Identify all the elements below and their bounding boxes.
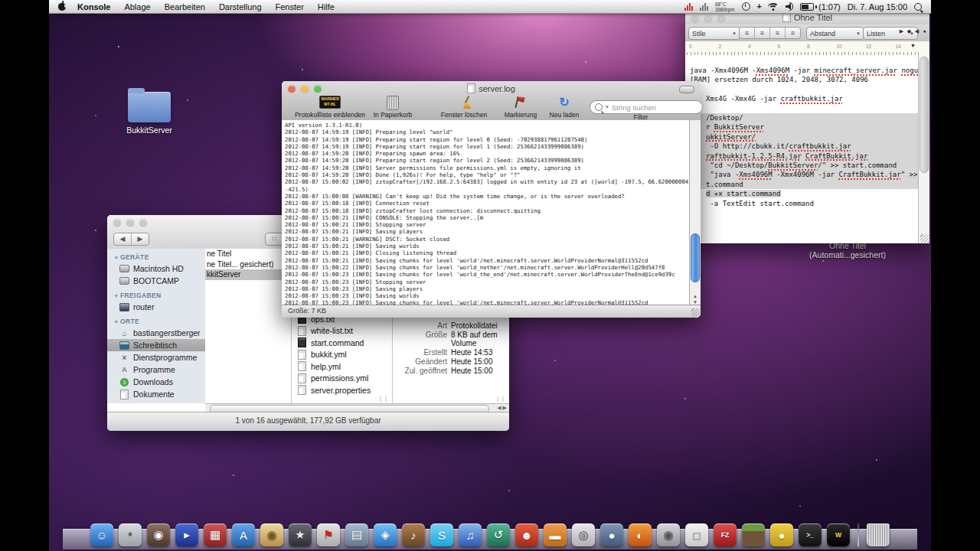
trash-dock-icon[interactable] [867, 523, 890, 546]
istat-cpu-icon[interactable] [684, 2, 693, 11]
sidebar-item-bastiangerstberger[interactable]: ⌂bastiangerstberger [107, 327, 205, 339]
column-resize-handle[interactable]: ❘❘ [495, 396, 506, 402]
timer-menu-icon[interactable] [742, 2, 750, 11]
console-titlebar[interactable]: server.log WARNIER W7-BLProtokollliste e… [282, 81, 701, 121]
menu-item-hilfe[interactable]: Hilfe [318, 2, 335, 11]
disclosure-triangle-icon[interactable]: ▾ [115, 319, 118, 324]
flag-app-dock-icon[interactable]: ⚑ [317, 523, 340, 546]
log-scrollbar[interactable]: ▲▼ [689, 120, 701, 305]
file-item[interactable]: permissions.yml [291, 373, 392, 385]
search-field[interactable]: ▼ String suchen [590, 100, 703, 114]
wifi-icon[interactable] [769, 3, 779, 11]
toolbar-button-reload[interactable]: ↻Neu laden [544, 96, 585, 119]
menu-item-fenster[interactable]: Fenster [276, 2, 304, 11]
spotlight-icon[interactable] [914, 3, 922, 11]
textedit-content[interactable]: java -Xmx4096M -Xms4096M -jar minecraft_… [685, 55, 919, 243]
menu-item-ablage[interactable]: Ablage [124, 2, 150, 11]
column-resize-handle[interactable]: ❘❘ [378, 396, 389, 402]
sidebar-section-header: ▾ORTE [107, 313, 205, 327]
file-item[interactable]: bukkit.yml [291, 349, 392, 361]
list-item[interactable]: kkitServer [205, 269, 291, 280]
menu-item-konsole[interactable]: Konsole [77, 2, 110, 11]
apple-logo-icon[interactable] [58, 2, 67, 11]
desktop-folder-bukkitserver[interactable]: BukkitServer [115, 92, 184, 135]
toolbar-button-flag[interactable]: Markierung [499, 96, 542, 119]
back-forward-buttons[interactable]: ◀▶ [113, 233, 149, 246]
disclosure-triangle-icon[interactable]: ▾ [115, 293, 118, 298]
toolbar-button-warnier[interactable]: WARNIER W7-BLProtokollliste einblenden [283, 96, 377, 119]
itunes-dock-icon[interactable]: ♫ [459, 523, 482, 546]
alignment-buttons[interactable]: ≡≡≡≡ [739, 27, 801, 39]
list-item[interactable]: ne Titel [205, 249, 291, 259]
textedit-scrollbar[interactable] [918, 55, 929, 243]
time-machine-dock-icon[interactable]: ↺ [487, 523, 510, 546]
file-item[interactable]: white-list.txt [291, 325, 392, 337]
terminal-dock-icon[interactable]: >_ [799, 523, 822, 546]
sidebar-item-downloads[interactable]: ↓Downloads [107, 376, 205, 388]
firefox-dock-icon[interactable]: ◐ [629, 523, 652, 546]
resize-grip[interactable] [691, 308, 700, 317]
window-controls[interactable] [691, 15, 725, 22]
resize-grip[interactable] [920, 234, 929, 243]
white-app-dock-icon[interactable]: □ [685, 523, 708, 546]
keynote-dock-icon[interactable]: ▬ [544, 523, 567, 546]
photo-booth-dock-icon[interactable]: ◉ [147, 523, 170, 546]
console-warnier-dock-icon[interactable]: W [827, 523, 850, 546]
filezilla-dock-icon[interactable]: FZ [714, 523, 737, 546]
archive-app-dock-icon[interactable]: ▤ [345, 523, 368, 546]
sidebar-item-programme[interactable]: AProgramme [107, 364, 205, 376]
toolbar-button-broom[interactable]: Fenster löschen [429, 96, 499, 119]
list-item[interactable]: ne Titel... gesichert) [205, 259, 291, 270]
sidebar-item-dienstprogramme[interactable]: ×Dienstprogramme [107, 351, 205, 364]
desktop-saved-document-label[interactable]: Ohne Titel(Automati...gesichert) [782, 241, 913, 259]
log-content[interactable]: API version 1.3.1-R1.0)2012-08-07 14:59:… [282, 120, 690, 305]
sidebar-item-dokumente[interactable]: Dokumente [107, 388, 205, 400]
yellow-app-dock-icon[interactable]: ● [770, 523, 793, 546]
spacing-dropdown[interactable]: Abstand▼ [806, 27, 864, 40]
scrollbar-arrows[interactable]: ▲▼ [690, 293, 701, 305]
menu-item-bearbeiten[interactable]: Bearbeiten [165, 2, 205, 11]
scrollbar-thumb[interactable] [920, 57, 929, 173]
extra-format-buttons[interactable]: ▶◆◀● [898, 28, 928, 34]
safari-dock-icon[interactable]: ◈ [374, 523, 397, 546]
file-item[interactable]: server.properties [291, 384, 392, 396]
scrollbar-thumb[interactable] [691, 233, 700, 282]
sidebar-item-bootcamp[interactable]: BOOTCAMP [107, 275, 205, 287]
app-store-dock-icon[interactable]: A [232, 523, 255, 546]
disclosure-triangle-icon[interactable]: ▾ [115, 255, 118, 260]
garageband-dock-icon[interactable]: ♪ [402, 523, 425, 546]
blue-utility-dock-icon[interactable]: ● [600, 523, 623, 546]
menu-item-darstellung[interactable]: Darstellung [219, 2, 262, 11]
istat-mem-icon[interactable] [700, 2, 708, 11]
window-controls[interactable] [288, 85, 322, 93]
temp-fan-readout[interactable]: 68°C3989rpm [715, 2, 735, 12]
battery-indicator[interactable]: (1:07) [800, 2, 841, 11]
minecraft-dock-icon[interactable] [742, 523, 765, 546]
toolbar-button-trash[interactable]: In Papierkorb [368, 96, 418, 119]
system-preferences-dock-icon[interactable]: * [119, 523, 142, 546]
ruler[interactable]: ▼02468101214 [685, 41, 929, 56]
camera-app-dock-icon[interactable]: ◉ [657, 523, 680, 546]
tab-stop-marker[interactable]: ▼ [910, 43, 916, 48]
skype-dock-icon[interactable]: S [430, 523, 453, 546]
front-row-dock-icon[interactable]: ▸ [175, 523, 198, 546]
sidebar-item-schreibtisch[interactable]: Schreibtisch [107, 339, 205, 351]
spaces-menu-icon[interactable]: + [757, 2, 762, 11]
finder-dock-icon[interactable]: ☺ [90, 523, 113, 546]
file-item[interactable]: start.command [291, 337, 392, 349]
ipod-app-dock-icon[interactable]: ◎ [572, 523, 595, 546]
back-button: ◀ [114, 233, 132, 245]
styles-dropdown[interactable]: Stile▼ [688, 27, 740, 40]
scrollbar-arrows[interactable]: ◀ ▶ [497, 405, 507, 411]
toolbar-toggle-button[interactable] [679, 86, 694, 93]
sidebar-item-router[interactable]: router [107, 301, 205, 313]
iphoto-dock-icon[interactable]: ◉ [260, 523, 283, 546]
volume-icon[interactable] [786, 2, 793, 11]
media-red-dock-icon[interactable]: ▦ [204, 523, 227, 546]
sidebar-item-macintosh-hd[interactable]: Macintosh HD [107, 262, 205, 275]
file-item[interactable]: help.yml [291, 360, 392, 373]
imovie-dock-icon[interactable]: ★ [289, 523, 312, 546]
menu-clock[interactable]: Di. 7. Aug 15:00 [848, 2, 907, 11]
window-controls[interactable] [113, 219, 147, 227]
game-character-dock-icon[interactable]: ☻ [515, 523, 538, 546]
